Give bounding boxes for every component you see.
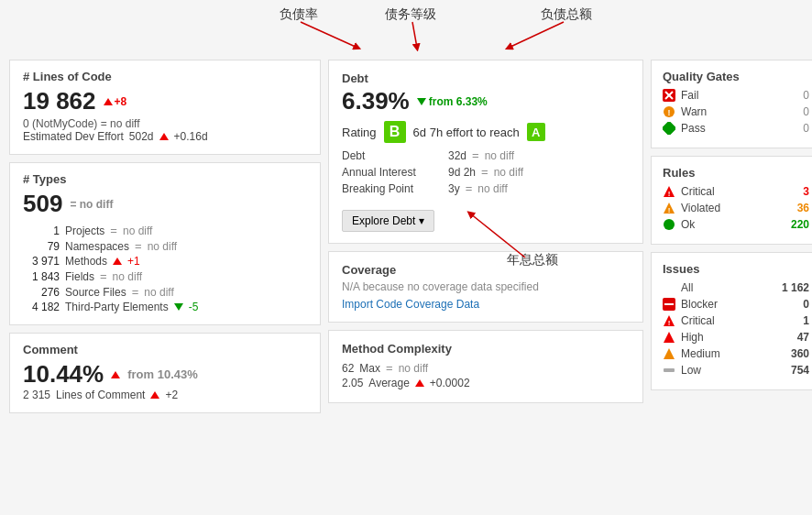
types-row-item: 1Projects = no diff — [23, 224, 307, 237]
debt-title: Debt — [342, 71, 630, 85]
types-row-item: 1 843Fields = no diff — [23, 269, 307, 283]
issues-critical-row: ! Critical 1 — [663, 314, 809, 327]
rules-critical-row: ! Critical 3 — [663, 185, 809, 198]
rules-ok-icon — [663, 218, 675, 231]
right-column: Quality Gates Fail 0 ! — [651, 60, 812, 413]
rating-target: A — [527, 123, 545, 141]
quality-gates-card: Quality Gates Fail 0 ! — [651, 60, 812, 148]
svg-rect-25 — [664, 368, 675, 372]
left-column: # Lines of Code 19 862 +8 0 (NotMyCode) … — [9, 60, 321, 413]
effort-up-icon — [159, 133, 169, 140]
comment-lines-row: 2 315 Lines of Comment +2 — [23, 389, 307, 401]
qg-pass-label: Pass — [681, 122, 706, 135]
types-rows: 1Projects = no diff79Namespaces = no dif… — [23, 224, 307, 313]
complexity-avg-row: 2.05 Average +0.0002 — [342, 377, 630, 389]
comment-lines-up-icon — [150, 391, 159, 399]
coverage-title: Coverage — [342, 263, 630, 277]
qg-fail-count: 0 — [803, 89, 809, 102]
complexity-max-row: 62 Max = no diff — [342, 361, 630, 375]
svg-marker-23 — [664, 332, 675, 343]
issues-title: Issues — [663, 262, 809, 276]
import-coverage-link[interactable]: Import Code Coverage Data — [342, 298, 479, 311]
comment-number: 10.44% from 10.43% — [23, 360, 307, 389]
lines-of-code-card: # Lines of Code 19 862 +8 0 (NotMyCode) … — [9, 60, 321, 155]
warn-icon: ! — [663, 105, 675, 118]
svg-text:!: ! — [668, 108, 671, 117]
pass-icon — [663, 122, 675, 135]
low-icon — [663, 364, 675, 377]
rating-badge: B — [384, 121, 406, 143]
types-row-item: 4 182Third-Party Elements-5 — [23, 301, 307, 313]
qg-pass-row: Pass 0 — [663, 122, 809, 135]
rules-violated-count: 36 — [797, 202, 809, 214]
svg-line-3 — [412, 22, 417, 48]
coverage-card: Coverage N/A because no coverage data sp… — [328, 251, 643, 323]
qg-title: Quality Gates — [663, 70, 809, 83]
lines-effort-row: Estimated Dev Effort 502d +0.16d — [23, 130, 307, 143]
svg-text:!: ! — [668, 319, 671, 327]
high-icon — [663, 331, 675, 344]
issues-medium-count: 360 — [791, 347, 809, 360]
svg-rect-13 — [663, 122, 675, 135]
svg-point-18 — [664, 219, 675, 230]
rules-critical-count: 3 — [803, 185, 809, 198]
complexity-title: Method Complexity — [342, 342, 630, 356]
rules-violated-icon: ! — [663, 202, 675, 214]
svg-text:负债率: 负债率 — [280, 6, 318, 21]
medium-icon — [663, 347, 675, 360]
rules-card: Rules ! Critical 3 ! Violate — [651, 156, 812, 245]
types-title: # Types — [23, 172, 307, 186]
qg-warn-count: 0 — [803, 105, 809, 118]
types-number: 509 = no diff — [23, 190, 307, 218]
debt-number: 6.39% from 6.33% — [342, 87, 630, 115]
issues-blocker-row: Blocker 0 — [663, 298, 809, 311]
avg-up-icon — [415, 379, 424, 387]
debt-row-debt: Debt 32d = no diff — [342, 148, 630, 162]
lines-title: # Lines of Code — [23, 70, 307, 83]
types-row-item: 3 971Methods+1 — [23, 255, 307, 268]
up-arrow-icon — [104, 98, 113, 105]
middle-column: Debt 6.39% from 6.33% Rating B 6d 7h eff… — [321, 60, 651, 413]
down-icon — [174, 303, 183, 311]
types-card: # Types 509 = no diff 1Projects = no dif… — [9, 162, 321, 325]
rules-critical-icon: ! — [663, 185, 675, 198]
coverage-na-text: N/A because no coverage data specified — [342, 280, 630, 293]
issues-high-count: 47 — [797, 331, 809, 344]
rules-ok-count: 220 — [791, 218, 809, 231]
debt-from: from 6.33% — [417, 95, 488, 108]
rating-row: Rating B 6d 7h effort to reach A — [342, 121, 630, 143]
qg-warn-label: Warn — [681, 105, 707, 118]
main-grid: # Lines of Code 19 862 +8 0 (NotMyCode) … — [0, 60, 812, 422]
types-row-item: 276Source Files = no diff — [23, 285, 307, 299]
dropdown-arrow-icon: ▾ — [419, 214, 424, 227]
annotation-arrows: 负债率 债务等级 负债总额 — [0, 0, 812, 60]
rules-ok-row: Ok 220 — [663, 218, 809, 231]
annotation-area: 负债率 债务等级 负债总额 — [0, 0, 812, 60]
svg-text:!: ! — [668, 190, 671, 198]
qg-fail-label: Fail — [681, 89, 698, 102]
comment-card: Comment 10.44% from 10.43% 2 315 Lines o… — [9, 333, 321, 413]
qg-warn-row: ! Warn 0 — [663, 105, 809, 118]
complexity-card: Method Complexity 62 Max = no diff 2.05 … — [328, 330, 643, 403]
issues-critical-count: 1 — [803, 314, 809, 327]
blocker-icon — [663, 298, 675, 311]
lines-delta: +8 — [104, 95, 127, 108]
lines-number: 19 862 +8 — [23, 87, 307, 115]
fail-icon — [663, 89, 675, 102]
qg-fail-row: Fail 0 — [663, 89, 809, 102]
issues-low-row: Low 754 — [663, 364, 809, 377]
svg-text:!: ! — [668, 206, 671, 214]
types-row-item: 79Namespaces = no diff — [23, 239, 307, 253]
explore-debt-button[interactable]: Explore Debt ▾ — [342, 210, 434, 232]
svg-text:负债总额: 负债总额 — [541, 6, 592, 21]
comment-up-icon — [111, 371, 120, 378]
rules-title: Rules — [663, 166, 809, 180]
issues-critical-icon: ! — [663, 314, 675, 327]
svg-line-1 — [301, 22, 357, 48]
issues-all-count: 1 162 — [782, 281, 809, 294]
svg-marker-24 — [664, 348, 675, 359]
up-icon — [113, 258, 122, 265]
debt-down-icon — [417, 98, 426, 105]
svg-line-5 — [509, 22, 564, 48]
lines-sub: 0 (NotMyCode) = no diff — [23, 117, 307, 130]
